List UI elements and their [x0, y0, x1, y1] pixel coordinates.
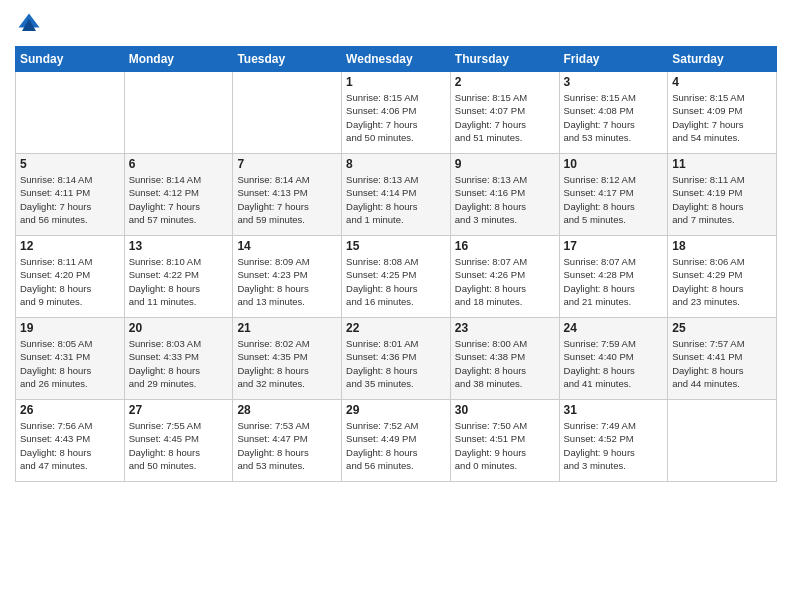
day-number: 8 — [346, 157, 446, 171]
calendar-cell: 25Sunrise: 7:57 AM Sunset: 4:41 PM Dayli… — [668, 318, 777, 400]
day-number: 7 — [237, 157, 337, 171]
day-number: 4 — [672, 75, 772, 89]
day-info: Sunrise: 8:13 AM Sunset: 4:14 PM Dayligh… — [346, 173, 446, 226]
calendar-cell: 10Sunrise: 8:12 AM Sunset: 4:17 PM Dayli… — [559, 154, 668, 236]
calendar-cell: 14Sunrise: 8:09 AM Sunset: 4:23 PM Dayli… — [233, 236, 342, 318]
calendar-cell — [124, 72, 233, 154]
weekday-header: Tuesday — [233, 47, 342, 72]
calendar-week-row: 19Sunrise: 8:05 AM Sunset: 4:31 PM Dayli… — [16, 318, 777, 400]
day-info: Sunrise: 8:02 AM Sunset: 4:35 PM Dayligh… — [237, 337, 337, 390]
day-number: 2 — [455, 75, 555, 89]
day-info: Sunrise: 8:07 AM Sunset: 4:28 PM Dayligh… — [564, 255, 664, 308]
calendar-cell: 22Sunrise: 8:01 AM Sunset: 4:36 PM Dayli… — [342, 318, 451, 400]
day-info: Sunrise: 8:03 AM Sunset: 4:33 PM Dayligh… — [129, 337, 229, 390]
day-number: 23 — [455, 321, 555, 335]
day-number: 14 — [237, 239, 337, 253]
weekday-header: Sunday — [16, 47, 125, 72]
calendar-cell: 26Sunrise: 7:56 AM Sunset: 4:43 PM Dayli… — [16, 400, 125, 482]
day-info: Sunrise: 7:56 AM Sunset: 4:43 PM Dayligh… — [20, 419, 120, 472]
day-number: 6 — [129, 157, 229, 171]
day-info: Sunrise: 8:14 AM Sunset: 4:11 PM Dayligh… — [20, 173, 120, 226]
calendar-cell: 15Sunrise: 8:08 AM Sunset: 4:25 PM Dayli… — [342, 236, 451, 318]
day-info: Sunrise: 8:14 AM Sunset: 4:13 PM Dayligh… — [237, 173, 337, 226]
day-number: 9 — [455, 157, 555, 171]
calendar-cell: 30Sunrise: 7:50 AM Sunset: 4:51 PM Dayli… — [450, 400, 559, 482]
weekday-header: Saturday — [668, 47, 777, 72]
calendar-cell: 17Sunrise: 8:07 AM Sunset: 4:28 PM Dayli… — [559, 236, 668, 318]
calendar-week-row: 12Sunrise: 8:11 AM Sunset: 4:20 PM Dayli… — [16, 236, 777, 318]
day-number: 29 — [346, 403, 446, 417]
calendar-cell: 1Sunrise: 8:15 AM Sunset: 4:06 PM Daylig… — [342, 72, 451, 154]
day-number: 19 — [20, 321, 120, 335]
day-info: Sunrise: 8:12 AM Sunset: 4:17 PM Dayligh… — [564, 173, 664, 226]
day-info: Sunrise: 7:49 AM Sunset: 4:52 PM Dayligh… — [564, 419, 664, 472]
day-info: Sunrise: 8:13 AM Sunset: 4:16 PM Dayligh… — [455, 173, 555, 226]
day-number: 24 — [564, 321, 664, 335]
day-number: 20 — [129, 321, 229, 335]
calendar-cell: 7Sunrise: 8:14 AM Sunset: 4:13 PM Daylig… — [233, 154, 342, 236]
calendar-cell: 16Sunrise: 8:07 AM Sunset: 4:26 PM Dayli… — [450, 236, 559, 318]
calendar-cell: 24Sunrise: 7:59 AM Sunset: 4:40 PM Dayli… — [559, 318, 668, 400]
calendar-table: SundayMondayTuesdayWednesdayThursdayFrid… — [15, 46, 777, 482]
weekday-header: Wednesday — [342, 47, 451, 72]
calendar-cell: 23Sunrise: 8:00 AM Sunset: 4:38 PM Dayli… — [450, 318, 559, 400]
calendar-cell: 19Sunrise: 8:05 AM Sunset: 4:31 PM Dayli… — [16, 318, 125, 400]
day-info: Sunrise: 8:01 AM Sunset: 4:36 PM Dayligh… — [346, 337, 446, 390]
weekday-header: Friday — [559, 47, 668, 72]
calendar-week-row: 1Sunrise: 8:15 AM Sunset: 4:06 PM Daylig… — [16, 72, 777, 154]
weekday-row: SundayMondayTuesdayWednesdayThursdayFrid… — [16, 47, 777, 72]
calendar-cell: 27Sunrise: 7:55 AM Sunset: 4:45 PM Dayli… — [124, 400, 233, 482]
weekday-header: Thursday — [450, 47, 559, 72]
day-info: Sunrise: 8:15 AM Sunset: 4:07 PM Dayligh… — [455, 91, 555, 144]
day-number: 25 — [672, 321, 772, 335]
calendar-cell: 28Sunrise: 7:53 AM Sunset: 4:47 PM Dayli… — [233, 400, 342, 482]
day-number: 27 — [129, 403, 229, 417]
day-info: Sunrise: 7:52 AM Sunset: 4:49 PM Dayligh… — [346, 419, 446, 472]
day-number: 1 — [346, 75, 446, 89]
day-info: Sunrise: 8:15 AM Sunset: 4:08 PM Dayligh… — [564, 91, 664, 144]
day-info: Sunrise: 8:11 AM Sunset: 4:19 PM Dayligh… — [672, 173, 772, 226]
calendar-cell: 8Sunrise: 8:13 AM Sunset: 4:14 PM Daylig… — [342, 154, 451, 236]
logo — [15, 10, 47, 38]
day-number: 21 — [237, 321, 337, 335]
calendar-cell: 4Sunrise: 8:15 AM Sunset: 4:09 PM Daylig… — [668, 72, 777, 154]
day-info: Sunrise: 8:08 AM Sunset: 4:25 PM Dayligh… — [346, 255, 446, 308]
calendar-cell: 13Sunrise: 8:10 AM Sunset: 4:22 PM Dayli… — [124, 236, 233, 318]
day-number: 22 — [346, 321, 446, 335]
day-number: 15 — [346, 239, 446, 253]
calendar-cell: 12Sunrise: 8:11 AM Sunset: 4:20 PM Dayli… — [16, 236, 125, 318]
day-number: 26 — [20, 403, 120, 417]
calendar-cell — [668, 400, 777, 482]
calendar-cell: 20Sunrise: 8:03 AM Sunset: 4:33 PM Dayli… — [124, 318, 233, 400]
day-info: Sunrise: 8:00 AM Sunset: 4:38 PM Dayligh… — [455, 337, 555, 390]
day-info: Sunrise: 7:55 AM Sunset: 4:45 PM Dayligh… — [129, 419, 229, 472]
calendar-cell: 2Sunrise: 8:15 AM Sunset: 4:07 PM Daylig… — [450, 72, 559, 154]
day-info: Sunrise: 8:05 AM Sunset: 4:31 PM Dayligh… — [20, 337, 120, 390]
weekday-header: Monday — [124, 47, 233, 72]
day-number: 3 — [564, 75, 664, 89]
header — [15, 10, 777, 38]
calendar-cell: 6Sunrise: 8:14 AM Sunset: 4:12 PM Daylig… — [124, 154, 233, 236]
day-number: 10 — [564, 157, 664, 171]
day-number: 30 — [455, 403, 555, 417]
calendar-cell: 3Sunrise: 8:15 AM Sunset: 4:08 PM Daylig… — [559, 72, 668, 154]
day-info: Sunrise: 8:06 AM Sunset: 4:29 PM Dayligh… — [672, 255, 772, 308]
day-number: 17 — [564, 239, 664, 253]
logo-icon — [15, 10, 43, 38]
calendar-body: 1Sunrise: 8:15 AM Sunset: 4:06 PM Daylig… — [16, 72, 777, 482]
day-number: 16 — [455, 239, 555, 253]
day-number: 5 — [20, 157, 120, 171]
day-number: 11 — [672, 157, 772, 171]
day-info: Sunrise: 7:50 AM Sunset: 4:51 PM Dayligh… — [455, 419, 555, 472]
day-number: 12 — [20, 239, 120, 253]
page: SundayMondayTuesdayWednesdayThursdayFrid… — [0, 0, 792, 612]
day-info: Sunrise: 8:14 AM Sunset: 4:12 PM Dayligh… — [129, 173, 229, 226]
day-info: Sunrise: 8:09 AM Sunset: 4:23 PM Dayligh… — [237, 255, 337, 308]
calendar-cell — [233, 72, 342, 154]
day-info: Sunrise: 8:11 AM Sunset: 4:20 PM Dayligh… — [20, 255, 120, 308]
day-number: 13 — [129, 239, 229, 253]
calendar-cell: 29Sunrise: 7:52 AM Sunset: 4:49 PM Dayli… — [342, 400, 451, 482]
calendar-week-row: 5Sunrise: 8:14 AM Sunset: 4:11 PM Daylig… — [16, 154, 777, 236]
day-info: Sunrise: 7:53 AM Sunset: 4:47 PM Dayligh… — [237, 419, 337, 472]
calendar-cell: 31Sunrise: 7:49 AM Sunset: 4:52 PM Dayli… — [559, 400, 668, 482]
